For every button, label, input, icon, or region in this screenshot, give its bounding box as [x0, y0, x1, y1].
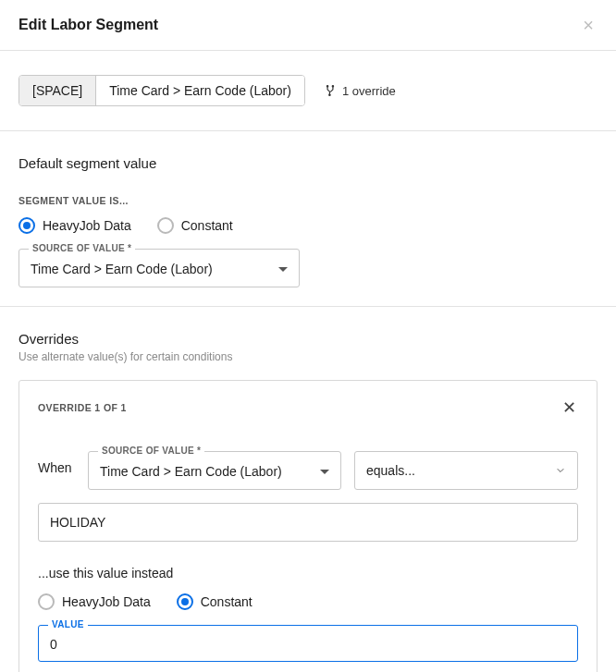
- radio-heavyjob-data[interactable]: HeavyJob Data: [38, 593, 151, 610]
- override-indicator[interactable]: 1 override: [324, 84, 396, 98]
- radio-icon: [18, 217, 35, 234]
- value-label: Value: [48, 619, 88, 629]
- override-source-select[interactable]: Source of value * Time Card > Earn Code …: [88, 451, 341, 490]
- when-row: When Source of value * Time Card > Earn …: [38, 440, 578, 490]
- dialog-header: Edit Labor Segment ×: [0, 0, 616, 51]
- override-card-title: Override 1 of 1: [38, 402, 127, 413]
- override-count-label: 1 override: [342, 84, 396, 98]
- override-icon: [324, 84, 337, 97]
- radio-label: HeavyJob Data: [62, 594, 151, 609]
- radio-constant[interactable]: Constant: [177, 593, 253, 610]
- radio-icon: [38, 593, 55, 610]
- when-source-wrap: Source of value * Time Card > Earn Code …: [88, 440, 341, 490]
- override-card: Override 1 of 1 ✕ When Source of value *…: [18, 380, 598, 672]
- override-value-radio-group: HeavyJob Data Constant: [38, 593, 578, 610]
- segment-source-button[interactable]: Time Card > Earn Code (Labor): [95, 76, 304, 105]
- chevron-down-icon: [278, 267, 288, 272]
- overrides-section: Overrides Use alternate value(s) for cer…: [0, 306, 616, 672]
- use-instead-label: ...use this value instead: [38, 566, 578, 580]
- chevron-down-icon: [555, 465, 566, 476]
- value-input[interactable]: [50, 635, 566, 654]
- operator-value: equals...: [366, 463, 415, 478]
- source-of-value-label: Source of value *: [29, 243, 135, 253]
- operator-select[interactable]: equals...: [354, 451, 578, 490]
- source-of-value-select[interactable]: Source of value * Time Card > Earn Code …: [18, 249, 300, 287]
- svg-point-1: [332, 86, 333, 87]
- segment-value-radio-group: HeavyJob Data Constant: [18, 217, 598, 234]
- svg-point-2: [329, 94, 330, 95]
- radio-icon: [177, 593, 193, 610]
- close-icon[interactable]: ×: [579, 14, 598, 36]
- default-segment-title: Default segment value: [18, 155, 598, 171]
- chevron-down-icon: [320, 470, 329, 474]
- radio-heavyjob-data[interactable]: HeavyJob Data: [18, 217, 131, 234]
- default-segment-section: Default segment value Segment value is..…: [0, 131, 616, 306]
- override-source-label: Source of value *: [98, 446, 204, 456]
- condition-value-input[interactable]: HOLIDAY: [38, 503, 578, 542]
- segment-value-is-label: Segment value is...: [18, 195, 598, 206]
- topbar: [SPACE] Time Card > Earn Code (Labor) 1 …: [0, 51, 616, 131]
- radio-label: Constant: [201, 594, 253, 609]
- svg-point-0: [326, 86, 327, 87]
- segment-space-button[interactable]: [SPACE]: [19, 76, 95, 105]
- overrides-title: Overrides: [18, 331, 598, 347]
- radio-label: HeavyJob Data: [43, 218, 131, 233]
- override-card-header: Override 1 of 1 ✕: [38, 399, 578, 416]
- dialog-title: Edit Labor Segment: [18, 17, 158, 33]
- segment-button-group: [SPACE] Time Card > Earn Code (Labor): [18, 75, 305, 106]
- override-source-value: Time Card > Earn Code (Labor): [100, 464, 282, 479]
- value-field[interactable]: Value: [38, 625, 578, 662]
- radio-label: Constant: [181, 218, 233, 233]
- overrides-subtitle: Use alternate value(s) for certain condi…: [18, 350, 598, 363]
- condition-value-text: HOLIDAY: [50, 515, 105, 530]
- radio-constant[interactable]: Constant: [157, 217, 233, 234]
- radio-icon: [157, 217, 174, 234]
- close-icon[interactable]: ✕: [561, 399, 578, 416]
- source-of-value-value: Time Card > Earn Code (Labor): [31, 262, 213, 276]
- operator-wrap: equals...: [354, 440, 578, 490]
- when-label: When: [38, 440, 75, 475]
